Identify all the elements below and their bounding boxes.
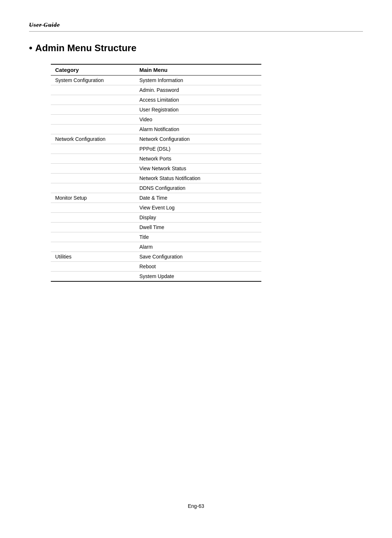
- table-row: Dwell Time: [51, 223, 261, 232]
- table-cell-category: [51, 174, 135, 183]
- table-cell-menu: User Registration: [135, 105, 261, 115]
- table-cell-category: [51, 115, 135, 125]
- table-cell-menu: Reboot: [135, 262, 261, 272]
- table-cell-category: [51, 95, 135, 105]
- table-cell-category: [51, 213, 135, 223]
- table-row: DDNS Configuration: [51, 183, 261, 193]
- table-cell-category: [51, 223, 135, 232]
- table-cell-menu: Display: [135, 213, 261, 223]
- table-cell-category: [51, 125, 135, 134]
- table-cell-category: [51, 203, 135, 213]
- table-row: Admin. Password: [51, 85, 261, 95]
- table-cell-menu: Alarm: [135, 242, 261, 252]
- table-cell-menu: Date & Time: [135, 193, 261, 203]
- table-cell-category: Monitor Setup: [51, 193, 135, 203]
- table-cell-category: [51, 262, 135, 272]
- page-title: •Admin Menu Structure: [29, 42, 363, 54]
- table-row: UtilitiesSave Configuration: [51, 252, 261, 262]
- table-cell-menu: Save Configuration: [135, 252, 261, 262]
- table-cell-menu: View Event Log: [135, 203, 261, 213]
- table-cell-category: [51, 242, 135, 252]
- table-cell-menu: Network Status Notification: [135, 174, 261, 183]
- table-row: Access Limitation: [51, 95, 261, 105]
- page-number: Eng-63: [188, 503, 204, 509]
- table-row: Video: [51, 115, 261, 125]
- table-cell-menu: DDNS Configuration: [135, 183, 261, 193]
- table-row: Network ConfigurationNetwork Configurati…: [51, 134, 261, 144]
- table-cell-category: Utilities: [51, 252, 135, 262]
- table-cell-category: Network Configuration: [51, 134, 135, 144]
- table-cell-menu: PPPoE (DSL): [135, 144, 261, 154]
- table-cell-category: [51, 164, 135, 174]
- page-title-section: •Admin Menu Structure: [29, 42, 363, 54]
- table-cell-category: [51, 85, 135, 95]
- table-row: Network Status Notification: [51, 174, 261, 183]
- page-container: User Guide •Admin Menu Structure Categor…: [0, 0, 392, 538]
- admin-menu-table: Category Main Menu System ConfigurationS…: [51, 64, 261, 282]
- table-cell-menu: Network Ports: [135, 154, 261, 164]
- table-cell-category: [51, 105, 135, 115]
- table-row: View Event Log: [51, 203, 261, 213]
- table-cell-category: System Configuration: [51, 76, 135, 85]
- table-cell-category: [51, 183, 135, 193]
- table-cell-menu: Title: [135, 232, 261, 242]
- table-cell-menu: Alarm Notification: [135, 125, 261, 134]
- table-row: View Network Status: [51, 164, 261, 174]
- table-cell-category: [51, 154, 135, 164]
- table-cell-menu: View Network Status: [135, 164, 261, 174]
- table-row: Monitor SetupDate & Time: [51, 193, 261, 203]
- header-section: User Guide: [29, 22, 363, 32]
- table-row: PPPoE (DSL): [51, 144, 261, 154]
- table-row: Title: [51, 232, 261, 242]
- table-cell-menu: System Update: [135, 272, 261, 282]
- table-row: Alarm: [51, 242, 261, 252]
- page-footer: Eng-63: [0, 503, 392, 509]
- column-header-mainmenu: Main Menu: [135, 64, 261, 76]
- table-cell-menu: Video: [135, 115, 261, 125]
- table-row: Network Ports: [51, 154, 261, 164]
- table-row: Display: [51, 213, 261, 223]
- table-cell-menu: Dwell Time: [135, 223, 261, 232]
- table-row: Alarm Notification: [51, 125, 261, 134]
- table-cell-category: [51, 272, 135, 282]
- table-row: System Update: [51, 272, 261, 282]
- table-cell-menu: Network Configuration: [135, 134, 261, 144]
- table-cell-category: [51, 144, 135, 154]
- header-title: User Guide: [29, 22, 60, 28]
- table-cell-category: [51, 232, 135, 242]
- table-row: System ConfigurationSystem Information: [51, 76, 261, 85]
- bullet-icon: •: [29, 42, 32, 53]
- column-header-category: Category: [51, 64, 135, 76]
- table-cell-menu: Access Limitation: [135, 95, 261, 105]
- table-container: Category Main Menu System ConfigurationS…: [51, 64, 261, 282]
- table-row: Reboot: [51, 262, 261, 272]
- table-row: User Registration: [51, 105, 261, 115]
- table-header-row: Category Main Menu: [51, 64, 261, 76]
- table-cell-menu: System Information: [135, 76, 261, 85]
- table-cell-menu: Admin. Password: [135, 85, 261, 95]
